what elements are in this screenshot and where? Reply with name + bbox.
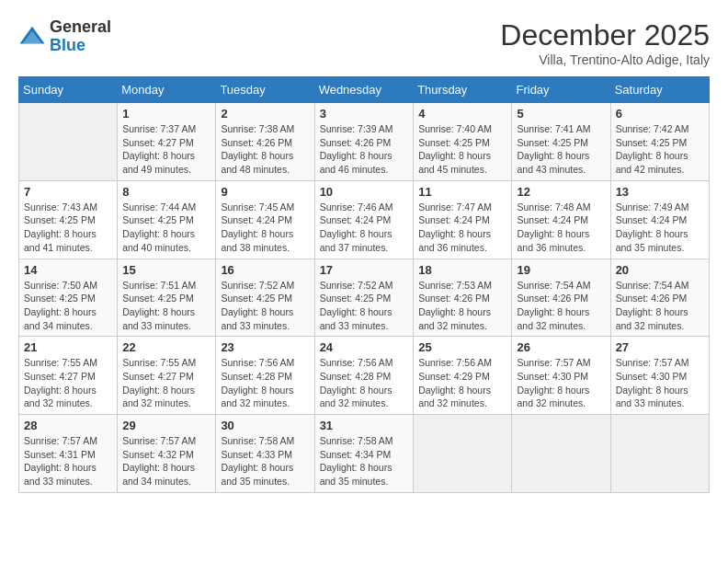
logo-text: General Blue <box>50 18 111 55</box>
calendar-cell: 14Sunrise: 7:50 AM Sunset: 4:25 PM Dayli… <box>19 259 118 337</box>
day-info: Sunrise: 7:41 AM Sunset: 4:25 PM Dayligh… <box>517 122 605 177</box>
day-number: 18 <box>418 263 506 277</box>
day-info: Sunrise: 7:58 AM Sunset: 4:33 PM Dayligh… <box>221 434 309 488</box>
day-info: Sunrise: 7:56 AM Sunset: 4:29 PM Dayligh… <box>418 356 506 410</box>
day-info: Sunrise: 7:56 AM Sunset: 4:28 PM Dayligh… <box>221 356 309 410</box>
day-info: Sunrise: 7:44 AM Sunset: 4:25 PM Dayligh… <box>122 201 210 255</box>
day-number: 31 <box>320 419 409 432</box>
calendar-cell: 26Sunrise: 7:57 AM Sunset: 4:30 PM Dayli… <box>512 337 610 415</box>
weekday-header-sunday: Sunday <box>19 77 118 103</box>
day-info: Sunrise: 7:57 AM Sunset: 4:30 PM Dayligh… <box>616 356 704 410</box>
calendar-cell: 17Sunrise: 7:52 AM Sunset: 4:25 PM Dayli… <box>314 259 414 337</box>
day-number: 21 <box>24 340 112 354</box>
calendar-table: SundayMondayTuesdayWednesdayThursdayFrid… <box>18 76 710 493</box>
header: General Blue December 2025 Villa, Trenti… <box>18 18 710 67</box>
calendar-week-2: 7Sunrise: 7:43 AM Sunset: 4:25 PM Daylig… <box>19 180 710 259</box>
logo: General Blue <box>18 18 111 55</box>
day-number: 14 <box>24 263 112 277</box>
day-number: 10 <box>320 185 409 199</box>
calendar-week-5: 28Sunrise: 7:57 AM Sunset: 4:31 PM Dayli… <box>19 415 710 493</box>
day-info: Sunrise: 7:37 AM Sunset: 4:27 PM Dayligh… <box>122 122 210 177</box>
calendar-cell: 1Sunrise: 7:37 AM Sunset: 4:27 PM Daylig… <box>118 103 216 181</box>
calendar-cell: 3Sunrise: 7:39 AM Sunset: 4:26 PM Daylig… <box>314 103 414 181</box>
weekday-header-saturday: Saturday <box>610 77 709 103</box>
day-number: 5 <box>517 107 605 121</box>
day-info: Sunrise: 7:49 AM Sunset: 4:24 PM Dayligh… <box>616 201 704 255</box>
day-info: Sunrise: 7:55 AM Sunset: 4:27 PM Dayligh… <box>122 356 210 410</box>
day-info: Sunrise: 7:43 AM Sunset: 4:25 PM Dayligh… <box>24 201 112 255</box>
day-info: Sunrise: 7:57 AM Sunset: 4:30 PM Dayligh… <box>517 356 605 410</box>
logo-icon <box>18 23 46 51</box>
day-info: Sunrise: 7:57 AM Sunset: 4:32 PM Dayligh… <box>122 434 210 488</box>
day-info: Sunrise: 7:58 AM Sunset: 4:34 PM Dayligh… <box>320 434 409 488</box>
day-number: 6 <box>616 107 704 121</box>
day-number: 25 <box>418 340 506 354</box>
day-number: 4 <box>418 107 506 121</box>
day-info: Sunrise: 7:53 AM Sunset: 4:26 PM Dayligh… <box>418 279 506 333</box>
calendar-cell: 27Sunrise: 7:57 AM Sunset: 4:30 PM Dayli… <box>610 337 709 415</box>
calendar-cell: 31Sunrise: 7:58 AM Sunset: 4:34 PM Dayli… <box>314 415 414 493</box>
calendar-cell: 29Sunrise: 7:57 AM Sunset: 4:32 PM Dayli… <box>118 415 216 493</box>
weekday-header-monday: Monday <box>118 77 216 103</box>
weekday-header-thursday: Thursday <box>414 77 512 103</box>
day-info: Sunrise: 7:56 AM Sunset: 4:28 PM Dayligh… <box>320 356 409 410</box>
day-number: 7 <box>24 185 112 199</box>
day-number: 29 <box>122 419 210 432</box>
calendar-cell: 9Sunrise: 7:45 AM Sunset: 4:24 PM Daylig… <box>216 180 314 259</box>
weekday-header-row: SundayMondayTuesdayWednesdayThursdayFrid… <box>19 77 710 103</box>
day-number: 3 <box>320 107 409 121</box>
calendar-cell: 11Sunrise: 7:47 AM Sunset: 4:24 PM Dayli… <box>414 180 512 259</box>
day-info: Sunrise: 7:45 AM Sunset: 4:24 PM Dayligh… <box>221 201 309 255</box>
day-info: Sunrise: 7:50 AM Sunset: 4:25 PM Dayligh… <box>24 279 112 333</box>
calendar-cell: 13Sunrise: 7:49 AM Sunset: 4:24 PM Dayli… <box>610 180 709 259</box>
calendar-cell: 7Sunrise: 7:43 AM Sunset: 4:25 PM Daylig… <box>19 180 118 259</box>
calendar-cell: 30Sunrise: 7:58 AM Sunset: 4:33 PM Dayli… <box>216 415 314 493</box>
day-number: 17 <box>320 263 409 277</box>
day-number: 1 <box>122 107 210 121</box>
day-info: Sunrise: 7:52 AM Sunset: 4:25 PM Dayligh… <box>221 279 309 333</box>
day-info: Sunrise: 7:55 AM Sunset: 4:27 PM Dayligh… <box>24 356 112 410</box>
day-info: Sunrise: 7:40 AM Sunset: 4:25 PM Dayligh… <box>418 122 506 177</box>
calendar-cell: 8Sunrise: 7:44 AM Sunset: 4:25 PM Daylig… <box>118 180 216 259</box>
calendar-cell: 24Sunrise: 7:56 AM Sunset: 4:28 PM Dayli… <box>314 337 414 415</box>
day-number: 13 <box>616 185 704 199</box>
day-number: 30 <box>221 419 309 432</box>
day-number: 11 <box>418 185 506 199</box>
day-info: Sunrise: 7:38 AM Sunset: 4:26 PM Dayligh… <box>221 122 309 177</box>
day-number: 16 <box>221 263 309 277</box>
calendar-cell: 4Sunrise: 7:40 AM Sunset: 4:25 PM Daylig… <box>414 103 512 181</box>
day-number: 2 <box>221 107 309 121</box>
day-info: Sunrise: 7:48 AM Sunset: 4:24 PM Dayligh… <box>517 201 605 255</box>
day-number: 22 <box>122 340 210 354</box>
calendar-cell: 20Sunrise: 7:54 AM Sunset: 4:26 PM Dayli… <box>610 259 709 337</box>
weekday-header-wednesday: Wednesday <box>314 77 414 103</box>
day-number: 26 <box>517 340 605 354</box>
calendar-cell: 23Sunrise: 7:56 AM Sunset: 4:28 PM Dayli… <box>216 337 314 415</box>
day-number: 28 <box>24 419 112 432</box>
calendar-cell: 16Sunrise: 7:52 AM Sunset: 4:25 PM Dayli… <box>216 259 314 337</box>
calendar-cell <box>512 415 610 493</box>
calendar-cell: 22Sunrise: 7:55 AM Sunset: 4:27 PM Dayli… <box>118 337 216 415</box>
weekday-header-tuesday: Tuesday <box>216 77 314 103</box>
calendar-week-1: 1Sunrise: 7:37 AM Sunset: 4:27 PM Daylig… <box>19 103 710 181</box>
day-number: 19 <box>517 263 605 277</box>
calendar-cell: 21Sunrise: 7:55 AM Sunset: 4:27 PM Dayli… <box>19 337 118 415</box>
calendar-subtitle: Villa, Trentino-Alto Adige, Italy <box>500 52 710 67</box>
calendar-cell: 6Sunrise: 7:42 AM Sunset: 4:25 PM Daylig… <box>610 103 709 181</box>
day-info: Sunrise: 7:51 AM Sunset: 4:25 PM Dayligh… <box>122 279 210 333</box>
calendar-cell <box>19 103 118 181</box>
day-number: 24 <box>320 340 409 354</box>
day-info: Sunrise: 7:57 AM Sunset: 4:31 PM Dayligh… <box>24 434 112 488</box>
day-number: 12 <box>517 185 605 199</box>
calendar-cell: 19Sunrise: 7:54 AM Sunset: 4:26 PM Dayli… <box>512 259 610 337</box>
calendar-cell <box>610 415 709 493</box>
day-info: Sunrise: 7:54 AM Sunset: 4:26 PM Dayligh… <box>616 279 704 333</box>
calendar-cell: 28Sunrise: 7:57 AM Sunset: 4:31 PM Dayli… <box>19 415 118 493</box>
calendar-cell: 2Sunrise: 7:38 AM Sunset: 4:26 PM Daylig… <box>216 103 314 181</box>
calendar-cell: 15Sunrise: 7:51 AM Sunset: 4:25 PM Dayli… <box>118 259 216 337</box>
day-number: 15 <box>122 263 210 277</box>
calendar-title: December 2025 <box>500 18 710 52</box>
calendar-cell: 5Sunrise: 7:41 AM Sunset: 4:25 PM Daylig… <box>512 103 610 181</box>
day-number: 20 <box>616 263 704 277</box>
weekday-header-friday: Friday <box>512 77 610 103</box>
